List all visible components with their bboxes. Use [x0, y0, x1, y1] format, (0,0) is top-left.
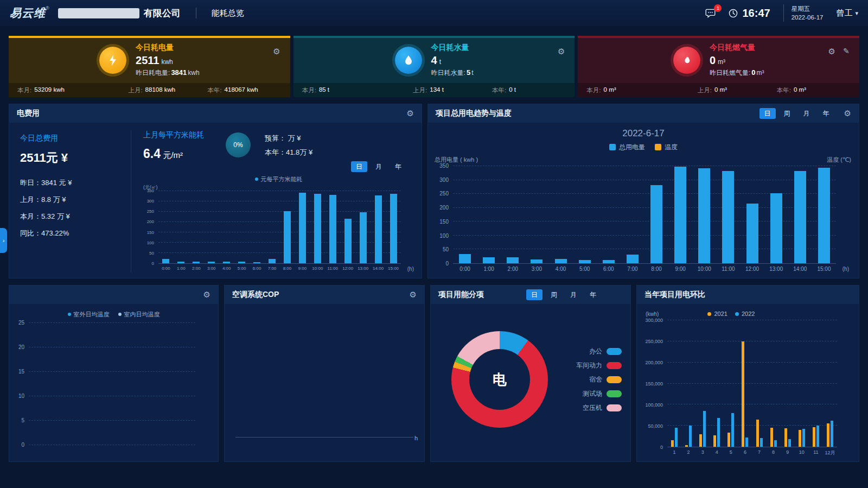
- divider: [196, 8, 196, 18]
- bar: [579, 260, 591, 263]
- legend-item-宿舍[interactable]: 宿舍: [576, 375, 622, 384]
- bar: [699, 434, 702, 447]
- donut-legend: 办公车间动力宿舍测试场空压机: [576, 347, 625, 413]
- trend-period-tabs: 日周月年: [760, 108, 834, 119]
- tab-1[interactable]: 周: [779, 108, 795, 119]
- cost-stat-month: 本月：5.32 万 ¥: [20, 212, 131, 221]
- settings-icon[interactable]: ⚙: [828, 47, 835, 56]
- bar-group: [386, 191, 401, 263]
- settings-icon[interactable]: ⚙: [844, 109, 851, 118]
- bar: [671, 440, 674, 447]
- sqm-label: 上月每平方米能耗: [143, 130, 204, 140]
- x-tick-label: 12:00: [741, 264, 764, 272]
- bar-group: [812, 166, 836, 263]
- bar: [253, 262, 260, 263]
- legend-item-2021[interactable]: 2021: [707, 310, 727, 317]
- legend-item-outdoor[interactable]: 室外日均温度: [68, 310, 110, 319]
- legend-item-total[interactable]: 总用电量: [609, 143, 645, 152]
- tab-0[interactable]: 日: [526, 289, 542, 300]
- legend-label: 宿舍: [589, 375, 602, 384]
- tab-0[interactable]: 日: [351, 161, 367, 172]
- logo-text: 易云维: [10, 5, 46, 21]
- kpi-row: ⚙ 今日耗电量 2511kwh 昨日耗电量:3841kwh 本月:53209 k…: [9, 36, 859, 97]
- tab-1[interactable]: 月: [371, 161, 387, 172]
- chevron-down-icon: ▾: [855, 10, 858, 17]
- budget-gauge: 0%: [226, 132, 251, 157]
- settings-icon[interactable]: ⚙: [273, 47, 280, 56]
- legend-swatch-icon: [607, 362, 622, 369]
- settings-icon[interactable]: ⚙: [407, 109, 414, 118]
- bars: [158, 191, 401, 263]
- legend-swatch-icon: [607, 404, 622, 411]
- bar: [731, 413, 734, 447]
- sqm-value: 6.4 元/m²: [143, 147, 204, 161]
- bar: [284, 211, 291, 263]
- message-icon[interactable]: 1: [705, 9, 716, 18]
- panel-energy-split: 项目用能分项 日周月年 电 办公车间动力宿舍测试场空压机: [430, 285, 631, 462]
- bar-group: [219, 191, 234, 263]
- x-axis-line: [235, 437, 413, 438]
- legend-item-车间动力[interactable]: 车间动力: [576, 361, 622, 370]
- legend-item-办公[interactable]: 办公: [576, 347, 622, 356]
- x-axis: 123456789101112月: [667, 447, 837, 456]
- x-tick-label: 0:00: [453, 264, 477, 272]
- edit-icon[interactable]: ✎: [843, 47, 850, 55]
- x-tick-label: 14:00: [371, 264, 386, 272]
- x-tick-label: 15:00: [812, 264, 836, 272]
- y-tick-label: 5: [21, 418, 24, 423]
- temperature-legend: 室外日均温度 室内日均温度: [9, 310, 218, 319]
- bar-group: [752, 320, 766, 447]
- legend-item-indoor[interactable]: 室内日均温度: [118, 310, 160, 319]
- tab-0[interactable]: 日: [760, 108, 776, 119]
- plot-area: [29, 323, 195, 454]
- x-tick-label: 12月: [823, 447, 837, 456]
- legend-item-temperature[interactable]: 温度: [655, 143, 678, 152]
- y-tick-label: 300,000: [645, 318, 663, 323]
- tab-1[interactable]: 周: [546, 289, 562, 300]
- settings-icon[interactable]: ⚙: [558, 47, 565, 56]
- sidebar-expand-toggle[interactable]: ›: [0, 228, 7, 253]
- today-cost-value: 2511元 ¥: [20, 150, 131, 166]
- legend-item-测试场[interactable]: 测试场: [576, 389, 622, 398]
- cop-chart: h: [235, 310, 413, 438]
- cost-stat-yoy: 同比：473.22%: [20, 229, 131, 238]
- kpi-yesterday: 昨日耗电量:3841kwh: [136, 68, 200, 78]
- bar-group: [724, 320, 738, 447]
- bar-group: [788, 166, 812, 263]
- kpi-title: 今日耗水量: [431, 43, 474, 53]
- bar-group: [295, 191, 310, 263]
- y-tick-label: 300: [439, 178, 449, 183]
- tab-2[interactable]: 月: [799, 108, 815, 119]
- tab-2[interactable]: 年: [390, 161, 406, 172]
- settings-icon[interactable]: ⚙: [410, 290, 417, 300]
- y-tick-label: 150: [439, 219, 449, 225]
- y-tick-label: 200: [439, 205, 449, 211]
- bar: [223, 262, 230, 263]
- bar: [685, 445, 688, 447]
- user-name: 曾工: [836, 8, 852, 18]
- tab-3[interactable]: 年: [585, 289, 601, 300]
- legend-item-空压机[interactable]: 空压机: [576, 403, 622, 413]
- axis-label-right: 温度 (℃): [827, 156, 851, 164]
- x-tick-label: 6:00: [597, 264, 621, 272]
- bar: [799, 430, 801, 447]
- x-tick-label: 10:00: [692, 264, 716, 272]
- settings-icon[interactable]: ⚙: [203, 290, 210, 300]
- bar: [788, 439, 791, 447]
- tab-2[interactable]: 月: [565, 289, 582, 300]
- temperature-line-chart: 2520151050: [14, 323, 209, 454]
- user-menu[interactable]: 曾工 ▾: [836, 8, 858, 18]
- bar: [816, 426, 819, 447]
- x-tick-label: 11: [809, 447, 823, 456]
- legend-item-2022[interactable]: 2022: [735, 310, 755, 317]
- panel-title: 电费用: [17, 109, 40, 118]
- x-tick-label: 7: [752, 447, 766, 456]
- x-tick-label: 15:00: [386, 264, 401, 272]
- bar-group: [310, 191, 325, 263]
- tab-3[interactable]: 年: [818, 108, 834, 119]
- bar: [675, 428, 678, 447]
- bar: [162, 259, 169, 263]
- x-tick-label: 2:00: [501, 264, 525, 272]
- nav-item-energy-overview[interactable]: 能耗总览: [212, 8, 244, 18]
- bar-group: [204, 191, 219, 263]
